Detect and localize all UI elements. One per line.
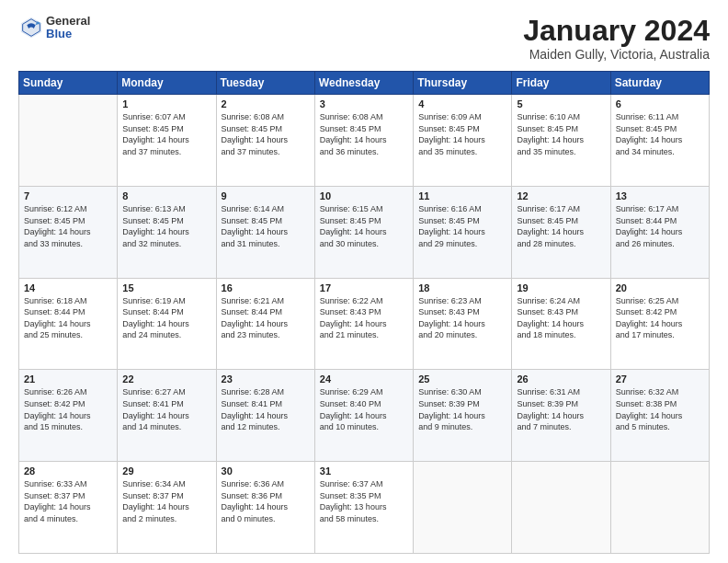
day-info: Sunrise: 6:23 AM Sunset: 8:43 PM Dayligh… (418, 295, 506, 341)
day-info: Sunrise: 6:30 AM Sunset: 8:39 PM Dayligh… (418, 386, 506, 432)
day-info: Sunrise: 6:28 AM Sunset: 8:41 PM Dayligh… (222, 386, 310, 432)
calendar-cell: 31Sunrise: 6:37 AM Sunset: 8:35 PM Dayli… (314, 462, 413, 554)
logo-icon (18, 15, 44, 40)
day-number: 26 (517, 373, 605, 385)
day-number: 9 (222, 190, 310, 201)
day-info: Sunrise: 6:18 AM Sunset: 8:44 PM Dayligh… (24, 295, 112, 341)
calendar-week-row: 7Sunrise: 6:12 AM Sunset: 8:45 PM Daylig… (19, 186, 710, 278)
day-info: Sunrise: 6:24 AM Sunset: 8:43 PM Dayligh… (517, 295, 605, 341)
day-info: Sunrise: 6:25 AM Sunset: 8:42 PM Dayligh… (616, 295, 704, 341)
logo-general: General (46, 15, 90, 28)
calendar-week-row: 21Sunrise: 6:26 AM Sunset: 8:42 PM Dayli… (19, 370, 710, 462)
day-info: Sunrise: 6:31 AM Sunset: 8:39 PM Dayligh… (517, 386, 605, 432)
day-info: Sunrise: 6:09 AM Sunset: 8:45 PM Dayligh… (418, 111, 506, 157)
calendar-cell: 18Sunrise: 6:23 AM Sunset: 8:43 PM Dayli… (414, 278, 512, 370)
logo: General Blue (18, 15, 90, 41)
svg-marker-0 (21, 17, 41, 38)
day-header-wednesday: Wednesday (314, 72, 413, 95)
calendar-cell: 6Sunrise: 6:11 AM Sunset: 8:45 PM Daylig… (610, 95, 709, 187)
day-number: 21 (24, 373, 112, 385)
calendar-cell: 29Sunrise: 6:34 AM Sunset: 8:37 PM Dayli… (118, 462, 216, 554)
day-info: Sunrise: 6:19 AM Sunset: 8:44 PM Dayligh… (122, 295, 210, 341)
calendar-cell: 24Sunrise: 6:29 AM Sunset: 8:40 PM Dayli… (314, 370, 413, 462)
day-number: 18 (418, 282, 506, 293)
day-number: 16 (222, 282, 310, 293)
day-number: 12 (517, 190, 605, 201)
calendar-cell (512, 462, 610, 554)
calendar-cell: 17Sunrise: 6:22 AM Sunset: 8:43 PM Dayli… (314, 278, 413, 370)
day-info: Sunrise: 6:36 AM Sunset: 8:36 PM Dayligh… (222, 478, 310, 524)
day-number: 10 (320, 190, 408, 201)
logo-text: General Blue (46, 15, 90, 41)
day-info: Sunrise: 6:34 AM Sunset: 8:37 PM Dayligh… (122, 478, 210, 524)
day-number: 22 (122, 373, 210, 385)
day-number: 17 (320, 282, 408, 293)
day-info: Sunrise: 6:08 AM Sunset: 8:45 PM Dayligh… (222, 111, 310, 157)
day-info: Sunrise: 6:27 AM Sunset: 8:41 PM Dayligh… (122, 386, 210, 432)
day-info: Sunrise: 6:29 AM Sunset: 8:40 PM Dayligh… (320, 386, 408, 432)
day-number: 23 (222, 373, 310, 385)
day-number: 1 (122, 98, 210, 109)
day-info: Sunrise: 6:17 AM Sunset: 8:44 PM Dayligh… (616, 203, 704, 249)
logo-blue: Blue (46, 28, 90, 40)
day-info: Sunrise: 6:26 AM Sunset: 8:42 PM Dayligh… (24, 386, 112, 432)
day-info: Sunrise: 6:08 AM Sunset: 8:45 PM Dayligh… (320, 111, 408, 157)
day-number: 4 (418, 98, 506, 109)
header: General Blue January 2024 Maiden Gully, … (18, 15, 710, 62)
calendar-cell: 8Sunrise: 6:13 AM Sunset: 8:45 PM Daylig… (118, 186, 216, 278)
calendar-cell: 26Sunrise: 6:31 AM Sunset: 8:39 PM Dayli… (512, 370, 610, 462)
calendar-cell: 14Sunrise: 6:18 AM Sunset: 8:44 PM Dayli… (19, 278, 118, 370)
day-number: 19 (517, 282, 605, 293)
day-number: 31 (320, 465, 408, 477)
calendar-cell: 21Sunrise: 6:26 AM Sunset: 8:42 PM Dayli… (19, 370, 118, 462)
day-number: 2 (222, 98, 310, 109)
calendar-cell: 9Sunrise: 6:14 AM Sunset: 8:45 PM Daylig… (216, 186, 314, 278)
day-number: 20 (616, 282, 704, 293)
calendar-cell: 4Sunrise: 6:09 AM Sunset: 8:45 PM Daylig… (414, 95, 512, 187)
day-info: Sunrise: 6:21 AM Sunset: 8:44 PM Dayligh… (222, 295, 310, 341)
day-info: Sunrise: 6:22 AM Sunset: 8:43 PM Dayligh… (320, 295, 408, 341)
day-info: Sunrise: 6:12 AM Sunset: 8:45 PM Dayligh… (24, 203, 112, 249)
calendar-cell: 20Sunrise: 6:25 AM Sunset: 8:42 PM Dayli… (610, 278, 709, 370)
day-info: Sunrise: 6:15 AM Sunset: 8:45 PM Dayligh… (320, 203, 408, 249)
calendar-cell: 25Sunrise: 6:30 AM Sunset: 8:39 PM Dayli… (414, 370, 512, 462)
day-header-sunday: Sunday (19, 72, 118, 95)
day-info: Sunrise: 6:17 AM Sunset: 8:45 PM Dayligh… (517, 203, 605, 249)
day-number: 25 (418, 373, 506, 385)
month-title: January 2024 (523, 15, 710, 47)
day-header-friday: Friday (512, 72, 610, 95)
calendar-cell: 27Sunrise: 6:32 AM Sunset: 8:38 PM Dayli… (610, 370, 709, 462)
day-number: 30 (222, 465, 310, 477)
day-number: 24 (320, 373, 408, 385)
calendar-cell (610, 462, 709, 554)
day-info: Sunrise: 6:10 AM Sunset: 8:45 PM Dayligh… (517, 111, 605, 157)
calendar-cell: 23Sunrise: 6:28 AM Sunset: 8:41 PM Dayli… (216, 370, 314, 462)
calendar-cell: 30Sunrise: 6:36 AM Sunset: 8:36 PM Dayli… (216, 462, 314, 554)
day-header-monday: Monday (118, 72, 216, 95)
calendar-cell: 28Sunrise: 6:33 AM Sunset: 8:37 PM Dayli… (19, 462, 118, 554)
calendar-header-row: SundayMondayTuesdayWednesdayThursdayFrid… (19, 72, 710, 95)
calendar-cell: 11Sunrise: 6:16 AM Sunset: 8:45 PM Dayli… (414, 186, 512, 278)
calendar-cell: 12Sunrise: 6:17 AM Sunset: 8:45 PM Dayli… (512, 186, 610, 278)
day-info: Sunrise: 6:32 AM Sunset: 8:38 PM Dayligh… (616, 386, 704, 432)
day-number: 3 (320, 98, 408, 109)
day-number: 27 (616, 373, 704, 385)
calendar-cell (19, 95, 118, 187)
calendar-cell: 7Sunrise: 6:12 AM Sunset: 8:45 PM Daylig… (19, 186, 118, 278)
calendar-cell: 22Sunrise: 6:27 AM Sunset: 8:41 PM Dayli… (118, 370, 216, 462)
day-info: Sunrise: 6:33 AM Sunset: 8:37 PM Dayligh… (24, 478, 112, 524)
day-header-thursday: Thursday (414, 72, 512, 95)
day-number: 15 (122, 282, 210, 293)
calendar-cell: 13Sunrise: 6:17 AM Sunset: 8:44 PM Dayli… (610, 186, 709, 278)
calendar-cell: 15Sunrise: 6:19 AM Sunset: 8:44 PM Dayli… (118, 278, 216, 370)
day-info: Sunrise: 6:37 AM Sunset: 8:35 PM Dayligh… (320, 478, 408, 524)
calendar-cell: 2Sunrise: 6:08 AM Sunset: 8:45 PM Daylig… (216, 95, 314, 187)
day-info: Sunrise: 6:07 AM Sunset: 8:45 PM Dayligh… (122, 111, 210, 157)
day-number: 8 (122, 190, 210, 201)
calendar-table: SundayMondayTuesdayWednesdayThursdayFrid… (18, 71, 710, 554)
day-info: Sunrise: 6:16 AM Sunset: 8:45 PM Dayligh… (418, 203, 506, 249)
day-header-saturday: Saturday (610, 72, 709, 95)
day-number: 5 (517, 98, 605, 109)
calendar-cell: 1Sunrise: 6:07 AM Sunset: 8:45 PM Daylig… (118, 95, 216, 187)
day-number: 29 (122, 465, 210, 477)
